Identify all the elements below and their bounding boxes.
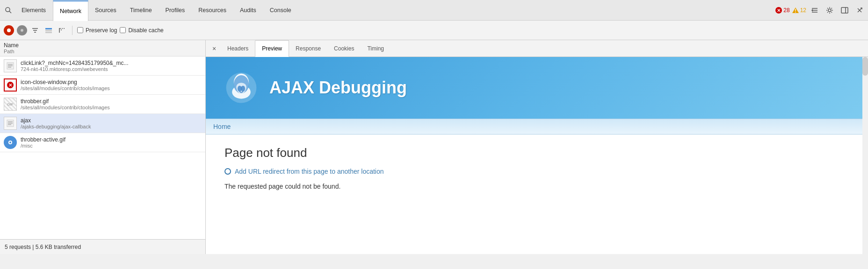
settings-icon[interactable] [823, 4, 836, 17]
dock-icon[interactable] [838, 4, 851, 17]
error-badge: ✕ 28 [775, 7, 789, 14]
svg-rect-32 [8, 121, 13, 122]
record-button[interactable] [4, 25, 14, 35]
svg-text:✕: ✕ [8, 83, 12, 88]
file-type-icon [4, 117, 17, 130]
tab-timeline[interactable]: Timeline [123, 0, 159, 21]
svg-rect-26 [8, 64, 13, 65]
file-type-icon [4, 136, 17, 149]
tab-audits[interactable]: Audits [233, 0, 263, 21]
scrollbar-track[interactable] [862, 57, 868, 254]
svg-rect-27 [8, 65, 13, 66]
close-devtools-icon[interactable] [853, 4, 866, 17]
svg-point-0 [6, 7, 10, 12]
page-not-found-title: Page not found [224, 146, 849, 160]
tab-sources[interactable]: Sources [88, 0, 123, 21]
tab-headers[interactable]: Headers [221, 40, 255, 57]
svg-line-1 [9, 11, 11, 13]
tab-preview[interactable]: Preview [255, 40, 289, 57]
file-list-panel: Name Path clickLink?_mchNc=1428435179950… [0, 40, 206, 254]
tab-resources[interactable]: Resources [192, 0, 233, 21]
list-view-icon[interactable] [43, 27, 54, 34]
svg-rect-20 [45, 30, 52, 31]
drupal-page-preview: AJAX Debugging Home Page not found Add U… [206, 57, 868, 254]
svg-point-42 [241, 86, 245, 92]
tab-timing[interactable]: Timing [361, 40, 391, 57]
list-item[interactable]: clickLink?_mchNc=1428435179950&_mc... 72… [0, 57, 205, 76]
svg-rect-33 [8, 123, 13, 124]
list-item[interactable]: ✕ icon-close-window.png /sites/all/modul… [0, 76, 205, 95]
tab-profiles[interactable]: Profiles [159, 0, 192, 21]
waterfall-icon[interactable] [57, 27, 67, 34]
svg-rect-34 [8, 124, 11, 125]
drupal-site-title: AJAX Debugging [269, 78, 407, 98]
svg-rect-19 [45, 28, 52, 29]
file-details: throbber.gif /sites/all/modules/contrib/… [21, 98, 202, 110]
svg-point-15 [21, 29, 23, 32]
preview-panel: × Headers Preview Response Cookies Timin… [206, 40, 868, 254]
file-type-icon [4, 59, 17, 72]
svg-rect-21 [45, 32, 52, 33]
file-list: clickLink?_mchNc=1428435179950&_mc... 72… [0, 57, 205, 239]
filter-icon[interactable] [30, 27, 40, 34]
tab-cookies[interactable]: Cookies [327, 40, 361, 57]
warning-badge: ! 12 [792, 7, 806, 14]
svg-point-14 [7, 28, 11, 32]
close-preview-icon[interactable]: × [208, 42, 221, 55]
list-item[interactable]: throbber-active.gif /misc [0, 133, 205, 152]
status-bar: 5 requests | 5.6 KB transferred [0, 239, 205, 254]
scrollbar-thumb[interactable] [862, 57, 868, 76]
file-type-icon: ✕ [4, 78, 17, 92]
page-not-found-text: The requested page could not be found. [224, 183, 849, 190]
drupal-logo-icon [224, 71, 258, 105]
tab-response[interactable]: Response [289, 40, 327, 57]
file-details: icon-close-window.png /sites/all/modules… [21, 79, 202, 91]
drupal-header: AJAX Debugging [206, 57, 868, 119]
network-toolbar: Preserve log Disable cache [0, 21, 868, 40]
separator [72, 26, 72, 35]
svg-text:✕: ✕ [777, 8, 781, 13]
home-nav-link[interactable]: Home [213, 123, 231, 130]
console-lines-icon[interactable] [808, 4, 821, 17]
tab-console[interactable]: Console [263, 0, 298, 21]
search-icon[interactable] [2, 4, 15, 17]
file-type-icon: GIF [4, 98, 17, 111]
disable-cache-checkbox[interactable]: Disable cache [120, 27, 163, 34]
file-details: throbber-active.gif /misc [21, 136, 202, 149]
svg-point-9 [828, 9, 831, 12]
error-circle-icon: ✕ [775, 7, 782, 14]
stop-button[interactable] [17, 25, 27, 35]
redirect-link-row: Add URL redirect from this page to anoth… [224, 168, 849, 175]
preview-tabs: × Headers Preview Response Cookies Timin… [206, 40, 868, 57]
preserve-log-checkbox[interactable]: Preserve log [77, 27, 117, 34]
list-item[interactable]: ajax /ajaks-debugging/ajax-callback [0, 114, 205, 133]
svg-point-37 [9, 142, 11, 143]
tab-network[interactable]: Network [53, 0, 88, 21]
nav-right-area: ✕ 28 ! 12 [775, 4, 866, 17]
svg-rect-28 [8, 67, 11, 68]
tab-elements[interactable]: Elements [15, 0, 53, 21]
main-content: Name Path clickLink?_mchNc=1428435179950… [0, 40, 868, 254]
drupal-body: Page not found Add URL redirect from thi… [206, 134, 868, 201]
warning-triangle-icon: ! [792, 7, 799, 14]
drupal-nav: Home [206, 119, 868, 134]
add-redirect-link[interactable]: Add URL redirect from this page to anoth… [235, 168, 384, 175]
svg-text:!: ! [795, 8, 796, 14]
file-details: ajax /ajaks-debugging/ajax-callback [21, 117, 202, 129]
file-details: clickLink?_mchNc=1428435179950&_mc... 72… [21, 60, 202, 72]
svg-rect-10 [841, 7, 848, 13]
list-item[interactable]: GIF throbber.gif /sites/all/modules/cont… [0, 95, 205, 114]
preview-content: AJAX Debugging Home Page not found Add U… [206, 57, 868, 254]
file-list-header: Name Path [0, 40, 205, 57]
top-nav-bar: Elements Network Sources Timeline Profil… [0, 0, 868, 21]
redirect-circle-icon [224, 168, 231, 175]
